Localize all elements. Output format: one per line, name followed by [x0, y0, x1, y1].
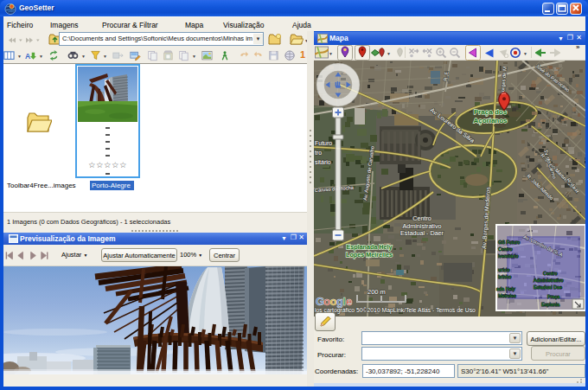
svg-text:ada Hely: ada Hely [496, 286, 515, 291]
svg-text:Estadual Dae: Estadual Dae [534, 285, 562, 290]
svg-text:tro: tro [315, 150, 322, 156]
svg-text:Meireles: Meireles [498, 293, 516, 298]
svg-text:los cartográfico 50©2010 MapLi: los cartográfico 50©2010 MapLink/Tele At… [315, 307, 476, 314]
svg-text:Centro: Centro [498, 246, 513, 252]
svg-text:Administrativo: Administrativo [534, 278, 564, 283]
svg-text:Praça: Praça [547, 294, 560, 299]
svg-text:Esplanada Hely: Esplanada Hely [346, 243, 392, 251]
svg-text:brinho: brinho [498, 274, 511, 279]
svg-text:Lopes Meirelles: Lopes Meirelles [346, 251, 393, 259]
svg-text:Praça dos: Praça dos [474, 108, 508, 116]
svg-text:e: e [346, 295, 352, 308]
svg-text:Esplania: Esplania [541, 302, 560, 307]
svg-text:Centro: Centro [543, 271, 558, 276]
svg-text:Futuro: Futuro [315, 140, 332, 146]
svg-text:Estadual - Daer: Estadual - Daer [400, 229, 444, 237]
svg-text:iversitário: iversitário [498, 253, 519, 259]
svg-text:GS Futuro: GS Futuro [498, 240, 520, 245]
svg-text:A: A [25, 52, 30, 61]
svg-text:200 m: 200 m [368, 288, 386, 296]
svg-text:sitário: sitário [315, 159, 331, 165]
svg-text:Açorianos: Açorianos [473, 117, 508, 125]
svg-text:urício: urício [498, 267, 509, 272]
